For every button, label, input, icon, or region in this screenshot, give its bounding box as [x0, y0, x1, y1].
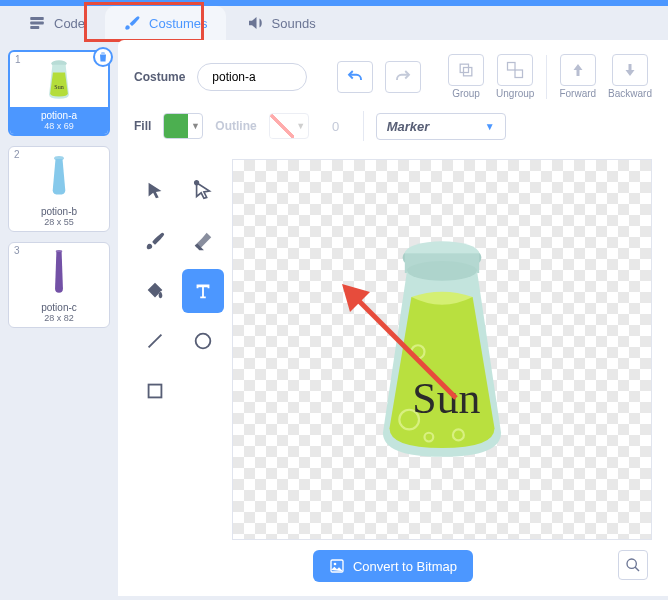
outline-width: 0 — [321, 119, 351, 134]
bitmap-icon — [329, 558, 345, 574]
tab-code[interactable]: Code — [10, 6, 103, 40]
down-icon — [621, 61, 639, 79]
svg-rect-0 — [30, 17, 44, 20]
svg-line-28 — [635, 567, 639, 571]
thumb-label: potion-b 28 x 55 — [10, 203, 108, 230]
font-name: Marker — [387, 119, 430, 134]
fill-color-picker[interactable]: ▼ — [163, 113, 203, 139]
redo-button[interactable] — [385, 61, 421, 93]
svg-text:Sun: Sun — [54, 84, 63, 90]
square-icon — [144, 380, 166, 402]
up-icon — [569, 61, 587, 79]
svg-point-11 — [195, 181, 199, 185]
costume-thumb[interactable]: 3 potion-c 28 x 82 — [8, 242, 110, 328]
svg-rect-14 — [149, 385, 162, 398]
tab-costumes[interactable]: Costumes — [105, 6, 226, 40]
line-tool[interactable] — [134, 319, 176, 363]
potion-text: Sun — [412, 374, 480, 422]
svg-rect-9 — [508, 63, 516, 71]
forward-button[interactable]: Forward — [559, 54, 596, 99]
style-row: Fill ▼ Outline ▼ 0 Marker ▼ — [134, 111, 652, 141]
thumb-image — [13, 247, 105, 295]
svg-rect-7 — [460, 64, 468, 72]
circle-tool[interactable] — [182, 319, 224, 363]
tab-sounds[interactable]: Sounds — [228, 6, 334, 40]
fill-tool[interactable] — [134, 269, 176, 313]
work-area: Sun — [134, 159, 652, 540]
text-icon — [192, 280, 214, 302]
backward-label: Backward — [608, 88, 652, 99]
ungroup-label: Ungroup — [496, 88, 534, 99]
thumb-name: potion-b — [10, 206, 108, 217]
fill-swatch — [164, 114, 188, 138]
costume-name-input[interactable] — [197, 63, 307, 91]
thumb-number: 3 — [14, 245, 20, 256]
editor-footer: Convert to Bitmap — [134, 540, 652, 586]
svg-point-27 — [627, 559, 636, 568]
zoom-icon — [625, 557, 641, 573]
backward-button[interactable]: Backward — [608, 54, 652, 99]
eraser-icon — [192, 230, 214, 252]
ungroup-icon — [505, 60, 525, 80]
costume-sidebar: 1 Sun potion-a 48 x 69 2 potion-b 28 x 5… — [0, 40, 118, 596]
thumb-label: potion-c 28 x 82 — [10, 299, 108, 326]
costume-thumb[interactable]: 1 Sun potion-a 48 x 69 — [8, 50, 110, 136]
svg-rect-1 — [30, 22, 44, 25]
brush-icon — [144, 230, 166, 252]
thumb-name: potion-a — [10, 110, 108, 121]
chevron-down-icon: ▼ — [485, 121, 495, 132]
tool-palette — [134, 159, 224, 540]
outline-color-picker[interactable]: ▼ — [269, 113, 309, 139]
brush-icon — [123, 14, 141, 32]
thumb-dim: 28 x 82 — [10, 313, 108, 323]
group-label: Group — [452, 88, 480, 99]
svg-rect-10 — [515, 70, 523, 78]
convert-to-bitmap-button[interactable]: Convert to Bitmap — [313, 550, 473, 582]
svg-rect-2 — [30, 26, 39, 29]
outline-label: Outline — [215, 119, 256, 133]
code-icon — [28, 14, 46, 32]
main-area: 1 Sun potion-a 48 x 69 2 potion-b 28 x 5… — [0, 40, 668, 596]
thumb-dim: 48 x 69 — [10, 121, 108, 131]
group-icon — [456, 60, 476, 80]
zoom-button[interactable] — [618, 550, 648, 580]
costume-label: Costume — [134, 70, 185, 84]
reshape-icon — [192, 180, 214, 202]
trash-icon — [97, 51, 109, 63]
editor-panel: Costume Group Ungroup Forward — [118, 40, 668, 596]
text-tool[interactable] — [182, 269, 224, 313]
sound-icon — [246, 14, 264, 32]
costume-artwork: Sun — [355, 233, 530, 466]
costume-name-row: Costume Group Ungroup Forward — [134, 54, 652, 99]
chevron-down-icon: ▼ — [294, 114, 308, 138]
drawing-canvas[interactable]: Sun — [232, 159, 652, 540]
costume-thumb[interactable]: 2 potion-b 28 x 55 — [8, 146, 110, 232]
thumb-image — [13, 151, 105, 199]
chevron-down-icon: ▼ — [188, 114, 202, 138]
redo-icon — [394, 68, 412, 86]
thumb-image: Sun — [13, 55, 105, 103]
group-button[interactable]: Group — [448, 54, 484, 99]
brush-tool[interactable] — [134, 219, 176, 263]
eraser-tool[interactable] — [182, 219, 224, 263]
delete-costume-button[interactable] — [93, 47, 113, 67]
select-tool[interactable] — [134, 169, 176, 213]
tab-code-label: Code — [54, 16, 85, 31]
rect-tool[interactable] — [134, 369, 176, 413]
ungroup-button[interactable]: Ungroup — [496, 54, 534, 99]
fill-label: Fill — [134, 119, 151, 133]
reshape-tool[interactable] — [182, 169, 224, 213]
convert-label: Convert to Bitmap — [353, 559, 457, 574]
undo-button[interactable] — [337, 61, 373, 93]
divider — [363, 111, 364, 141]
thumb-number: 1 — [15, 54, 21, 65]
undo-icon — [346, 68, 364, 86]
font-selector[interactable]: Marker ▼ — [376, 113, 506, 140]
svg-point-18 — [407, 261, 477, 281]
svg-point-26 — [334, 563, 337, 566]
thumb-number: 2 — [14, 149, 20, 160]
divider — [546, 55, 547, 99]
tab-sounds-label: Sounds — [272, 16, 316, 31]
bucket-icon — [144, 280, 166, 302]
tab-costumes-label: Costumes — [149, 16, 208, 31]
